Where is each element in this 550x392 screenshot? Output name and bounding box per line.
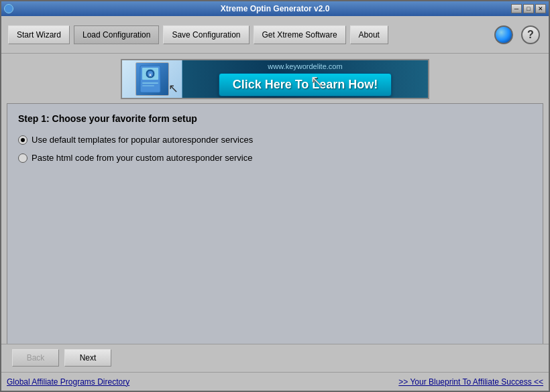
status-bar: Global Affiliate Programs Directory >> Y… (1, 372, 549, 391)
step-title: Step 1: Choose your favorite form setup (18, 113, 532, 124)
radio-option-1[interactable]: Use default templates for popular autore… (18, 135, 532, 145)
globe-icon (494, 25, 513, 44)
maximize-button[interactable]: □ (523, 4, 534, 13)
toolbar: Start Wizard Load Configuration Save Con… (1, 16, 549, 54)
banner[interactable]: X ↖ www.keywordelite.com Click Here To L… (121, 59, 429, 99)
svg-text:X: X (148, 73, 151, 77)
get-xtreme-software-button[interactable]: Get Xtreme Software (254, 25, 346, 44)
main-content-area: Step 1: Choose your favorite form setup … (7, 103, 543, 344)
help-button[interactable]: ? (519, 23, 542, 46)
banner-container: X ↖ www.keywordelite.com Click Here To L… (1, 54, 549, 103)
status-right-link[interactable]: >> Your Blueprint To Affiliate Success <… (398, 377, 543, 387)
banner-right: www.keywordelite.com Click Here To Learn… (182, 62, 428, 96)
radio-option-2[interactable]: Paste html code from your custom autores… (18, 153, 532, 163)
radio-button-2[interactable] (18, 153, 28, 163)
globe-button[interactable] (492, 23, 515, 46)
back-button[interactable]: Back (12, 349, 59, 367)
close-button[interactable]: ✕ (535, 4, 546, 13)
svg-rect-5 (142, 82, 158, 84)
status-left-link[interactable]: Global Affiliate Programs Directory (7, 377, 129, 387)
next-button[interactable]: Next (64, 349, 111, 367)
title-bar: Xtreme Optin Generator v2.0 ─ □ ✕ (1, 1, 549, 16)
title-bar-buttons: ─ □ ✕ (511, 4, 546, 13)
bottom-navigation: Back Next (1, 344, 549, 371)
save-configuration-button[interactable]: Save Configuration (163, 25, 249, 44)
title-bar-text: Xtreme Optin Generator v2.0 (1, 4, 549, 13)
cursor-icon: ↖ (168, 81, 178, 96)
help-icon: ? (521, 25, 540, 44)
banner-product-box: X ↖ (122, 59, 182, 99)
title-bar-left (4, 4, 13, 13)
radio-button-1[interactable] (18, 135, 28, 145)
app-icon (4, 4, 13, 13)
about-button[interactable]: About (350, 25, 388, 44)
radio-label-2: Paste html code from your custom autores… (32, 153, 252, 163)
banner-cursor-icon: ↖ (310, 72, 323, 90)
start-wizard-button[interactable]: Start Wizard (8, 25, 70, 44)
svg-rect-6 (142, 85, 154, 86)
banner-url: www.keywordelite.com (268, 62, 342, 70)
banner-cta-text[interactable]: Click Here To Learn How! (219, 73, 392, 96)
load-configuration-button[interactable]: Load Configuration (74, 25, 159, 44)
banner-product-image: X (135, 62, 169, 96)
minimize-button[interactable]: ─ (511, 4, 522, 13)
main-window: Xtreme Optin Generator v2.0 ─ □ ✕ Start … (0, 0, 550, 392)
radio-label-1: Use default templates for popular autore… (32, 135, 253, 145)
